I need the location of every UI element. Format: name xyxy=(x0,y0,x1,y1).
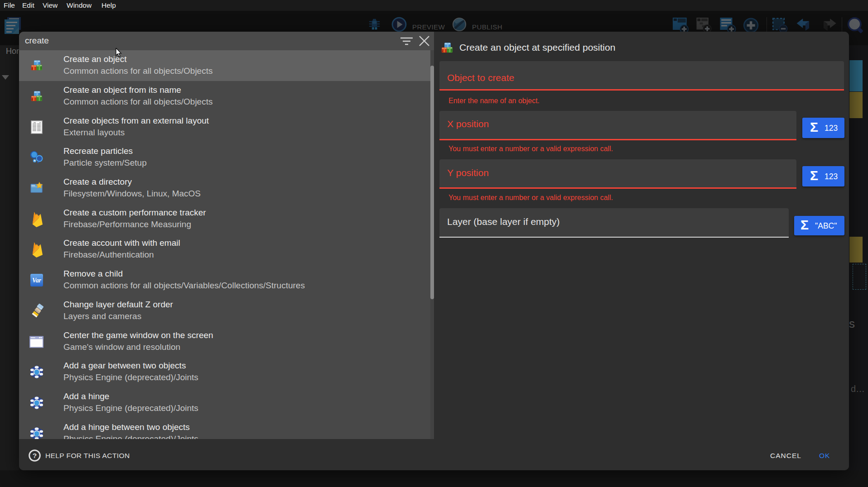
svg-text:Var: Var xyxy=(32,277,42,284)
svg-text:?: ? xyxy=(33,452,37,459)
